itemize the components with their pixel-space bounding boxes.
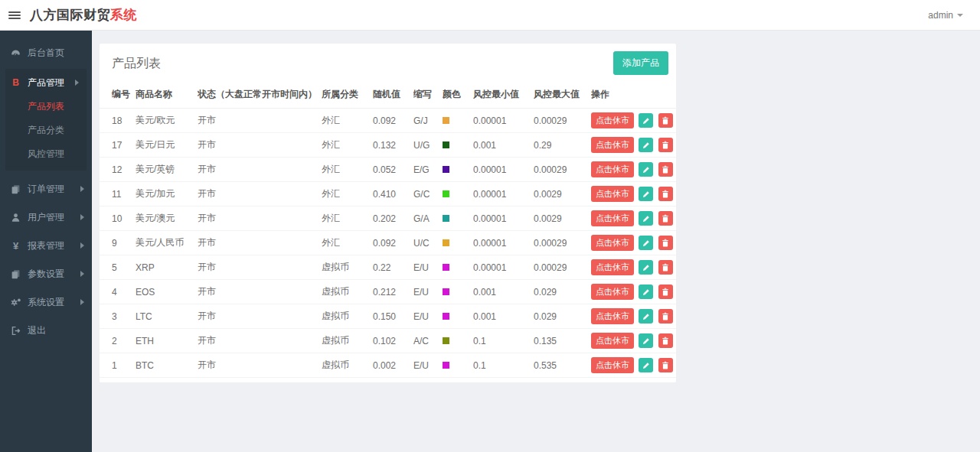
user-icon: [10, 212, 21, 223]
close-market-button[interactable]: 点击休市: [591, 259, 634, 275]
cell-random-value: 0.102: [373, 329, 413, 353]
delete-button[interactable]: [658, 113, 673, 128]
chevron-right-icon: [80, 271, 84, 277]
add-product-button[interactable]: 添加产品: [613, 51, 668, 75]
edit-button[interactable]: [639, 162, 653, 177]
sidebar-item-reports[interactable]: ¥ 报表管理: [0, 233, 92, 259]
sidebar-item-orders[interactable]: 订单管理: [0, 176, 92, 202]
edit-button[interactable]: [639, 187, 653, 201]
close-market-button[interactable]: 点击休市: [591, 161, 634, 177]
trash-icon: [662, 214, 669, 223]
delete-button[interactable]: [658, 260, 673, 275]
delete-button[interactable]: [658, 285, 673, 299]
table-row: 10 美元/澳元 开市 外汇 0.202 G/A 0.00001 0.0029 …: [100, 206, 676, 231]
cell-actions: 点击休市: [591, 329, 676, 353]
cell-product-name: LTC: [136, 304, 198, 329]
sidebar-subitem-product-category[interactable]: 产品分类: [5, 119, 87, 142]
edit-button[interactable]: [639, 309, 653, 324]
cell-id: 2: [100, 329, 136, 353]
cell-risk-min: 0.1: [473, 353, 534, 378]
delete-button[interactable]: [658, 333, 673, 348]
close-market-button[interactable]: 点击休市: [591, 284, 634, 300]
close-market-button[interactable]: 点击休市: [591, 333, 634, 349]
sidebar-subitem-product-list[interactable]: 产品列表: [5, 95, 87, 119]
sidebar-item-label: 用户管理: [28, 211, 64, 224]
chevron-right-icon: [75, 80, 79, 86]
cell-abbr: A/C: [413, 329, 443, 353]
cell-risk-min: 0.00001: [473, 182, 534, 206]
close-market-button[interactable]: 点击休市: [591, 235, 634, 251]
cell-actions: 点击休市: [591, 231, 676, 255]
cell-id: 12: [100, 158, 136, 182]
cell-category: 虚拟币: [322, 280, 373, 304]
orders-icon: [10, 184, 21, 194]
color-swatch: [443, 215, 449, 222]
delete-button[interactable]: [658, 309, 673, 324]
cell-product-name: XRP: [136, 255, 198, 280]
color-swatch: [443, 141, 449, 148]
cell-color: [443, 280, 473, 304]
edit-button[interactable]: [639, 138, 653, 152]
cell-category: 外汇: [322, 133, 373, 158]
cell-abbr: G/J: [413, 109, 443, 133]
cell-color: [443, 353, 473, 378]
close-market-button[interactable]: 点击休市: [591, 112, 634, 128]
sidebar-subitem-risk-management[interactable]: 风控管理: [5, 142, 87, 166]
brand-main-text: 八方国际财贸: [30, 8, 110, 22]
cell-id: 18: [100, 109, 136, 133]
cell-risk-min: 0.001: [473, 133, 534, 158]
edit-button[interactable]: [639, 285, 653, 299]
sidebar-item-users[interactable]: 用户管理: [0, 204, 92, 230]
color-swatch: [443, 264, 449, 271]
cell-product-name: EOS: [136, 280, 198, 304]
main-content: 产品列表 添加产品 编号 商品名称 状态（大盘正常开市时间内） 所属分类 随机值…: [92, 31, 980, 452]
delete-button[interactable]: [658, 162, 673, 177]
cell-random-value: 0.052: [373, 158, 413, 182]
sidebar-item-parameters[interactable]: 参数设置: [0, 261, 92, 287]
sidebar-item-label: 产品管理: [28, 76, 64, 89]
close-market-button[interactable]: 点击休市: [591, 186, 634, 202]
sidebar-item-system-settings[interactable]: 系统设置: [0, 289, 92, 315]
edit-button[interactable]: [639, 211, 653, 226]
close-market-button[interactable]: 点击休市: [591, 210, 634, 226]
col-random: 随机值: [373, 81, 413, 109]
cell-category: 外汇: [322, 158, 373, 182]
cell-risk-max: 0.00029: [534, 255, 591, 280]
delete-button[interactable]: [658, 187, 673, 201]
user-menu[interactable]: admin: [928, 10, 963, 21]
delete-button[interactable]: [658, 138, 673, 152]
cell-abbr: E/U: [413, 255, 443, 280]
cell-color: [443, 206, 473, 231]
table-row: 17 美元/日元 开市 外汇 0.132 U/G 0.001 0.29 点击休市: [100, 133, 676, 158]
trash-icon: [662, 141, 669, 149]
edit-button[interactable]: [639, 333, 653, 348]
delete-button[interactable]: [658, 211, 673, 226]
cell-category: 虚拟币: [322, 329, 373, 353]
cell-id: 11: [100, 182, 136, 206]
sidebar-item-logout[interactable]: 退出: [0, 317, 92, 343]
cell-product-name: BTC: [136, 353, 198, 378]
close-market-button[interactable]: 点击休市: [591, 137, 634, 153]
edit-button[interactable]: [639, 236, 653, 250]
menu-toggle-icon[interactable]: [8, 10, 21, 21]
col-abbr: 缩写: [413, 81, 443, 109]
trash-icon: [662, 116, 669, 125]
cell-color: [443, 231, 473, 255]
cell-product-name: 美元/加元: [136, 182, 198, 206]
edit-button[interactable]: [639, 113, 653, 128]
sidebar-item-dashboard[interactable]: 后台首页: [0, 40, 92, 66]
cell-product-name: 美元/日元: [136, 133, 198, 158]
edit-button[interactable]: [639, 260, 653, 275]
table-header-row: 编号 商品名称 状态（大盘正常开市时间内） 所属分类 随机值 缩写 颜色 风控最…: [100, 81, 676, 109]
edit-button[interactable]: [639, 358, 653, 372]
table-row: 3 LTC 开市 虚拟币 0.150 E/U 0.001 0.029 点击休市: [100, 304, 676, 329]
cell-color: [443, 329, 473, 353]
close-market-button[interactable]: 点击休市: [591, 357, 634, 373]
cell-risk-min: 0.00001: [473, 158, 534, 182]
close-market-button[interactable]: 点击休市: [591, 308, 634, 324]
sidebar-item-product-management[interactable]: B 产品管理: [5, 70, 87, 95]
delete-button[interactable]: [658, 236, 673, 250]
delete-button[interactable]: [658, 358, 673, 372]
cell-risk-max: 0.029: [534, 304, 591, 329]
cell-status: 开市: [198, 255, 322, 280]
